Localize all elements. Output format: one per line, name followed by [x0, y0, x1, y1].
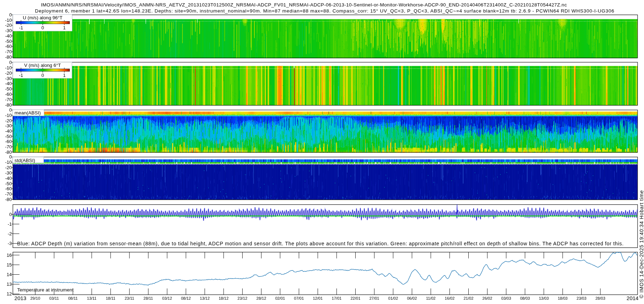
svg-text:2014: 2014 [626, 295, 638, 301]
svg-text:-30: -30 [5, 170, 12, 176]
svg-text:0: 0 [9, 107, 12, 113]
svg-text:-10: -10 [5, 113, 12, 118]
svg-text:-30: -30 [5, 123, 12, 128]
svg-text:-10: -10 [5, 65, 12, 70]
svg-text:08/11: 08/11 [68, 296, 78, 300]
svg-text:-70: -70 [5, 49, 12, 54]
svg-text:-30: -30 [5, 76, 12, 81]
svg-text:12: 12 [7, 291, 12, 296]
svg-text:IMOS/ANMN/NRS/NRSMAI/Velocity/: IMOS/ANMN/NRS/NRSMAI/Velocity/IMOS_ANMN-… [41, 2, 567, 8]
svg-text:-50: -50 [5, 181, 12, 186]
svg-text:13/03: 13/03 [539, 296, 549, 300]
svg-text:-60: -60 [5, 44, 12, 49]
svg-text:-40: -40 [5, 33, 12, 39]
svg-text:0: 0 [42, 25, 44, 30]
svg-text:17/01: 17/01 [332, 296, 342, 300]
svg-text:22/01: 22/01 [351, 296, 361, 300]
svg-text:01/02: 01/02 [388, 296, 398, 300]
svg-text:15: 15 [7, 262, 12, 268]
svg-text:13: 13 [7, 281, 12, 287]
svg-text:Deployment 6, member 1 lat=42.: Deployment 6, member 1 lat=42.6S lon=148… [35, 8, 614, 14]
svg-text:27/01: 27/01 [369, 296, 379, 300]
svg-text:-50: -50 [5, 86, 12, 92]
svg-text:© IMOS 14-Dec-2025 19:40:34 Ho: © IMOS 14-Dec-2025 19:40:34 Hobart time [639, 190, 644, 298]
svg-text:03/12: 03/12 [162, 296, 172, 300]
svg-text:-80: -80 [5, 149, 12, 155]
svg-text:16: 16 [7, 252, 12, 258]
svg-text:-1: -1 [8, 221, 12, 227]
svg-text:06/02: 06/02 [407, 296, 417, 300]
svg-text:14: 14 [7, 272, 12, 277]
svg-text:mean(ABSI): mean(ABSI) [15, 110, 41, 116]
svg-text:-20: -20 [5, 70, 12, 76]
svg-text:std(ABSI): std(ABSI) [15, 158, 35, 163]
svg-text:-60: -60 [5, 92, 12, 97]
svg-text:13/12: 13/12 [200, 296, 210, 300]
svg-text:03/03: 03/03 [501, 296, 511, 300]
svg-text:-1: -1 [19, 25, 23, 30]
svg-text:2013: 2013 [14, 295, 26, 301]
svg-text:-20: -20 [5, 165, 12, 170]
svg-text:13/11: 13/11 [87, 296, 97, 300]
svg-text:1: 1 [63, 73, 65, 78]
svg-text:21/02: 21/02 [464, 296, 474, 300]
svg-text:11/02: 11/02 [426, 296, 436, 300]
svg-text:23/03: 23/03 [577, 296, 587, 300]
svg-text:1: 1 [63, 25, 65, 30]
svg-text:-10: -10 [5, 160, 12, 165]
svg-text:08/12: 08/12 [181, 296, 191, 300]
svg-text:28/11: 28/11 [143, 296, 153, 300]
svg-text:-40: -40 [5, 81, 12, 86]
svg-text:0: 0 [9, 12, 12, 18]
svg-text:-50: -50 [5, 39, 12, 44]
svg-text:03/11: 03/11 [49, 296, 59, 300]
svg-text:23/12: 23/12 [238, 296, 248, 300]
svg-text:-40: -40 [5, 176, 12, 181]
svg-text:18/03: 18/03 [558, 296, 568, 300]
svg-text:16/02: 16/02 [445, 296, 455, 300]
svg-text:02/01: 02/01 [275, 296, 285, 300]
svg-text:-30: -30 [5, 28, 12, 33]
svg-text:0: 0 [42, 73, 44, 78]
svg-text:-40: -40 [5, 128, 12, 134]
svg-text:28/12: 28/12 [257, 296, 267, 300]
svg-text:-70: -70 [5, 191, 12, 197]
svg-text:-1: -1 [19, 73, 23, 78]
svg-text:-10: -10 [5, 18, 12, 23]
svg-text:28/03: 28/03 [595, 296, 605, 300]
svg-text:V (m/s) along 6°T: V (m/s) along 6°T [24, 63, 61, 68]
svg-text:-20: -20 [5, 23, 12, 28]
svg-text:-70: -70 [5, 144, 12, 149]
svg-text:23/11: 23/11 [125, 296, 134, 300]
svg-text:-80: -80 [5, 197, 12, 202]
svg-text:29/10: 29/10 [30, 296, 40, 300]
svg-text:-2: -2 [8, 231, 12, 236]
svg-text:Blue: ADCP Depth (m) variation: Blue: ADCP Depth (m) variation from sens… [17, 241, 624, 246]
svg-text:-70: -70 [5, 97, 12, 102]
svg-text:U (m/s) along 96°T: U (m/s) along 96°T [23, 15, 63, 20]
svg-text:-60: -60 [5, 186, 12, 191]
svg-text:0: 0 [9, 60, 12, 65]
svg-text:07/01: 07/01 [294, 296, 304, 300]
svg-text:-50: -50 [5, 134, 12, 139]
svg-text:26/02: 26/02 [482, 296, 492, 300]
svg-text:-3: -3 [8, 241, 12, 246]
svg-text:-20: -20 [5, 118, 12, 123]
svg-text:0: 0 [9, 154, 12, 160]
svg-text:0: 0 [9, 212, 12, 217]
svg-text:-80: -80 [5, 102, 12, 108]
svg-text:18/12: 18/12 [219, 296, 229, 300]
svg-text:08/03: 08/03 [520, 296, 530, 300]
svg-text:Temperature at instrument: Temperature at instrument [17, 287, 74, 293]
svg-text:-60: -60 [5, 139, 12, 144]
svg-text:-80: -80 [5, 54, 12, 60]
svg-text:18/11: 18/11 [106, 296, 116, 300]
svg-text:12/01: 12/01 [313, 296, 323, 300]
